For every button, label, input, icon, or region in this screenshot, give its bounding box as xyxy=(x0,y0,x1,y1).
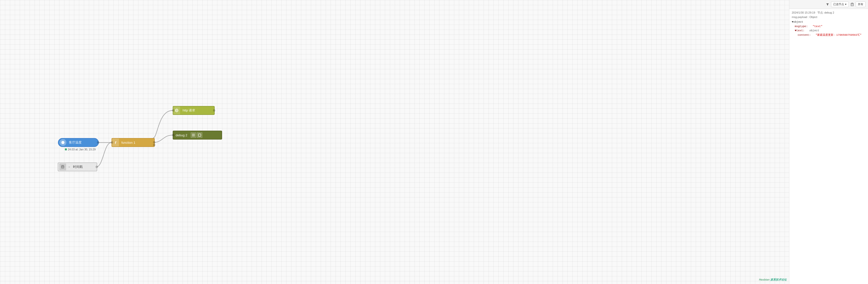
branding: Hasbian 派系技术论坛 xyxy=(759,278,786,282)
function1-port-left xyxy=(111,141,113,144)
keting-port-right xyxy=(97,141,99,144)
debug2-port-left xyxy=(172,134,175,136)
keting-icon xyxy=(59,139,66,146)
http-port-right xyxy=(213,109,215,112)
node-keting[interactable]: 客厅温度 xyxy=(58,138,99,147)
function1-label: function 1 xyxy=(119,139,138,146)
tree-msgtype: msgtype: "text" xyxy=(792,25,866,29)
debug2-toggle-btn[interactable] xyxy=(197,132,202,138)
debug-output: 2024/1/30 15:29:19 节点: debug 2 msg.paylo… xyxy=(789,9,868,284)
node-function1[interactable]: f function 1 xyxy=(112,138,155,147)
node-http[interactable]: http 请求 xyxy=(173,106,215,115)
debug2-actions xyxy=(191,132,203,138)
debug-tree: ▼object msgtype: "text" ▼text: object co… xyxy=(792,20,866,37)
http-port-left xyxy=(172,109,175,112)
debug2-menu-btn[interactable] xyxy=(191,132,196,138)
node-canvas: 客厅温度 24.03 at: Jan 30, 15:29 → 时间戳 f fun… xyxy=(0,0,789,284)
right-panel-toolbar: 已选节点 ▾ 所有 xyxy=(789,0,868,9)
svg-rect-4 xyxy=(192,134,195,134)
node-timestamp[interactable]: → 时间戳 xyxy=(58,163,97,171)
trash-icon xyxy=(851,3,854,6)
keting-label: 客厅温度 xyxy=(66,139,84,146)
timestamp-icon xyxy=(59,164,66,170)
tree-object-root: ▼object xyxy=(792,20,866,25)
debug-payload-label: msg.payload : Object xyxy=(792,15,866,19)
tree-text-key: ▼text: object xyxy=(792,29,866,33)
show-all-btn[interactable]: 所有 xyxy=(856,1,866,7)
svg-rect-6 xyxy=(192,136,195,136)
debug-timestamp: 2024/1/30 15:29:19 节点: debug 2 xyxy=(792,11,866,14)
status-dot-keting xyxy=(65,148,67,150)
timestamp-label: 时间戳 xyxy=(70,163,85,171)
svg-rect-5 xyxy=(192,135,195,135)
svg-rect-1 xyxy=(62,167,63,167)
timestamp-port-right xyxy=(95,166,98,168)
http-label: http 请求 xyxy=(180,107,198,114)
debug2-label: debug 2 xyxy=(173,132,190,139)
right-panel: 已选节点 ▾ 所有 2024/1/30 15:29:19 节点: debug 2… xyxy=(789,0,868,284)
filter-selected-btn[interactable]: 已选节点 ▾ xyxy=(831,1,849,7)
svg-rect-7 xyxy=(198,134,201,136)
tree-content: content: "家庭温度更新：1706599759563℃" xyxy=(792,33,866,37)
filter-icon xyxy=(826,3,829,6)
node-debug2[interactable]: debug 2 xyxy=(173,131,222,140)
svg-rect-8 xyxy=(851,3,854,6)
keting-status: 24.03 at: Jan 30, 15:29 xyxy=(65,148,96,151)
function1-port-right-bottom xyxy=(153,144,155,146)
timestamp-arrow: → xyxy=(68,165,70,169)
function1-port-right-top xyxy=(153,141,155,143)
